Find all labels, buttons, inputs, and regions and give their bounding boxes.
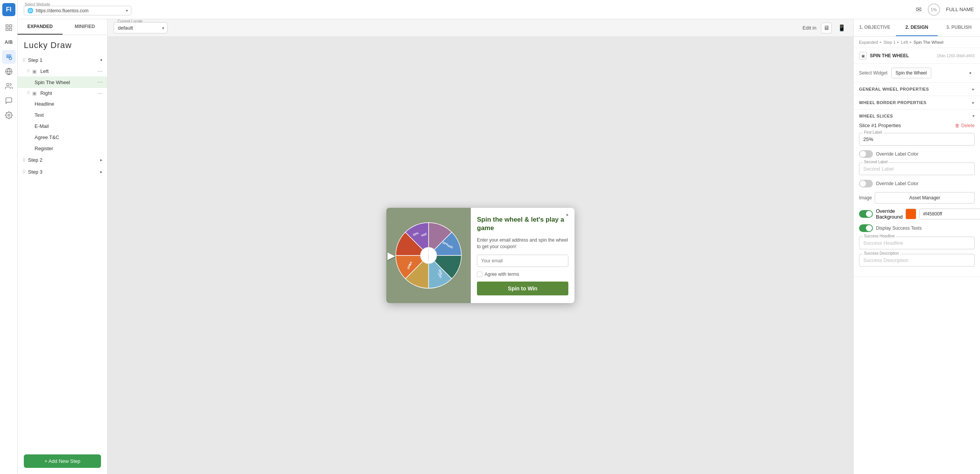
- step-1-header[interactable]: ⠿ Step 1 ▾: [18, 54, 107, 66]
- right-panel-content: GENERAL WHEEL PROPERTIES ▸ WHEEL BORDER …: [854, 83, 980, 474]
- agree-tc-label: Agree T&C: [35, 134, 103, 140]
- widget-id: 18de-1260-0bb8-d493: [937, 54, 975, 58]
- tab-design[interactable]: 2. DESIGN: [896, 19, 938, 36]
- register-item[interactable]: Register: [18, 143, 107, 154]
- override-bg-toggle[interactable]: [859, 210, 873, 218]
- nav-home[interactable]: [2, 21, 16, 35]
- override-label-color-1-toggle[interactable]: [859, 150, 873, 158]
- nav-messages[interactable]: [2, 94, 16, 108]
- popup-email-input[interactable]: [477, 255, 568, 267]
- email-label: E-Mail: [35, 123, 103, 129]
- text-item[interactable]: Text: [18, 109, 107, 121]
- locale-field: Current Locale default ▾: [114, 22, 167, 33]
- locale-select[interactable]: default: [114, 22, 167, 33]
- wheel-border-properties-section[interactable]: WHEEL BORDER PROPERTIES ▸: [854, 96, 980, 109]
- svg-rect-0: [6, 25, 8, 27]
- wheel-slices-title: WHEEL SLICES: [859, 114, 972, 118]
- step-3-header[interactable]: ⠿ Step 3 ▸: [18, 166, 107, 178]
- override-bg-color-input[interactable]: [919, 209, 980, 219]
- first-label-input[interactable]: [859, 133, 975, 146]
- spin-the-wheel-label: Spin The Wheel: [35, 80, 97, 85]
- nav-settings[interactable]: [2, 108, 16, 122]
- success-headline-field: Success Headline: [859, 237, 975, 249]
- popup-left: 50% 30% 5% 25% 50% GIFT 25% 25%: [386, 208, 471, 303]
- drag-icon: ⠿: [22, 58, 26, 63]
- general-wheel-properties-section[interactable]: GENERAL WHEEL PROPERTIES ▸: [854, 83, 980, 96]
- delete-button[interactable]: 🗑 Delete: [955, 123, 975, 128]
- mobile-icon[interactable]: 📱: [836, 23, 847, 33]
- spin-the-wheel-more[interactable]: ⋯: [97, 79, 103, 85]
- spin-the-wheel-item[interactable]: Spin The Wheel ⋯: [18, 76, 107, 88]
- wheel-container: 50% 30% 5% 25% 50% GIFT 25% 25%: [392, 219, 465, 292]
- second-label-field: Second Label: [859, 162, 975, 175]
- agree-tc-item[interactable]: Agree T&C: [18, 132, 107, 143]
- page-title: Lucky Draw: [18, 35, 107, 54]
- select-widget-label: Select Widget: [859, 70, 887, 76]
- tab-publish[interactable]: 3. PUBLISH: [938, 19, 980, 36]
- asset-manager-button[interactable]: Asset Manager: [875, 192, 975, 204]
- breadcrumb-left: Left: [901, 40, 908, 45]
- register-label: Register: [35, 146, 103, 151]
- svg-rect-1: [9, 25, 12, 27]
- right-panel: 1. OBJECTIVE 2. DESIGN 3. PUBLISH Expand…: [853, 19, 980, 474]
- desktop-icon[interactable]: 🖥: [821, 23, 832, 33]
- display-success-label: Display Success Texts: [876, 225, 975, 231]
- step-1-chevron: ▾: [100, 58, 103, 63]
- app-logo: FI: [2, 3, 15, 16]
- second-label-input[interactable]: [859, 162, 975, 175]
- steps-tree: ⠿ Step 1 ▾ ⠿ ▣ Left ⋯ Spin The Wheel ⋯: [18, 54, 107, 448]
- step-3-chevron: ▸: [100, 169, 103, 174]
- popup-headline: Spin the wheel & let's play a game: [477, 215, 568, 232]
- add-step-button[interactable]: + Add New Step: [24, 454, 101, 468]
- headline-item[interactable]: Headline: [18, 98, 107, 109]
- user-name: FULL NAME: [946, 7, 974, 12]
- step-1-label: Step 1: [28, 57, 98, 63]
- nav-campaigns[interactable]: [2, 50, 16, 64]
- panel-tabs: EXPANDED MINIFIED: [18, 19, 107, 35]
- wheel-slices-arrow: ▾: [972, 113, 975, 119]
- override-label-color-2-toggle[interactable]: [859, 180, 873, 187]
- wheel-slices-section: WHEEL SLICES ▾ Slice #1 Properties 🗑 Del…: [854, 109, 980, 277]
- wheel-arrow: ▶: [387, 250, 395, 262]
- override-bg-color-swatch[interactable]: [906, 209, 916, 219]
- section-left-label: Left: [40, 68, 95, 74]
- success-headline-input[interactable]: [859, 237, 975, 249]
- step-3-drag: ⠿: [22, 169, 26, 175]
- first-label-field: First Label: [859, 133, 975, 146]
- popup-description: Enter your email address and spin the wh…: [477, 237, 568, 250]
- section-right-label: Right: [40, 90, 95, 96]
- widget-title: SPIN THE WHEEL: [870, 53, 934, 58]
- image-label: Image: [859, 195, 872, 201]
- tab-minified[interactable]: MINIFIED: [63, 19, 108, 35]
- section-right-header[interactable]: ⠿ ▣ Right ⋯: [18, 88, 107, 98]
- email-item[interactable]: E-Mail: [18, 121, 107, 132]
- section-left-header[interactable]: ⠿ ▣ Left ⋯: [18, 66, 107, 76]
- globe-icon: 🌐: [27, 8, 33, 13]
- nav-audience[interactable]: [2, 79, 16, 93]
- nav-ab[interactable]: A/B: [2, 35, 16, 49]
- popup-close-btn[interactable]: ×: [563, 211, 571, 219]
- section-right-more[interactable]: ⋯: [98, 90, 103, 96]
- popup-spin-button[interactable]: Spin to Win: [477, 282, 568, 295]
- section-left-more[interactable]: ⋯: [98, 68, 103, 74]
- svg-point-6: [7, 83, 9, 86]
- step-2-header[interactable]: ⠿ Step 2 ▸: [18, 154, 107, 166]
- override-label-color-1-label: Override Label Color: [876, 151, 975, 157]
- tab-objective[interactable]: 1. OBJECTIVE: [854, 19, 896, 36]
- right-panel-tabs: 1. OBJECTIVE 2. DESIGN 3. PUBLISH: [854, 19, 980, 36]
- url-bar[interactable]: 🌐 https://demo.fluentos.com ▾: [24, 6, 131, 15]
- mail-icon[interactable]: ✉: [916, 5, 922, 14]
- select-widget-dropdown[interactable]: Spin the Wheel: [891, 68, 931, 78]
- popup-checkbox[interactable]: [477, 272, 482, 277]
- wheel-slices-header[interactable]: WHEEL SLICES ▾: [854, 109, 980, 123]
- nav-integrations[interactable]: [2, 65, 16, 78]
- success-description-input[interactable]: [859, 254, 975, 267]
- override-label-color-2-row: Override Label Color: [859, 180, 975, 187]
- user-percent: 1%: [931, 7, 937, 12]
- display-success-toggle[interactable]: [859, 224, 873, 232]
- success-headline-label: Success Headline: [863, 234, 896, 238]
- delete-label: Delete: [961, 123, 975, 128]
- tab-expanded[interactable]: EXPANDED: [18, 19, 63, 35]
- svg-point-4: [9, 57, 12, 60]
- url-dropdown-arrow: ▾: [126, 8, 128, 13]
